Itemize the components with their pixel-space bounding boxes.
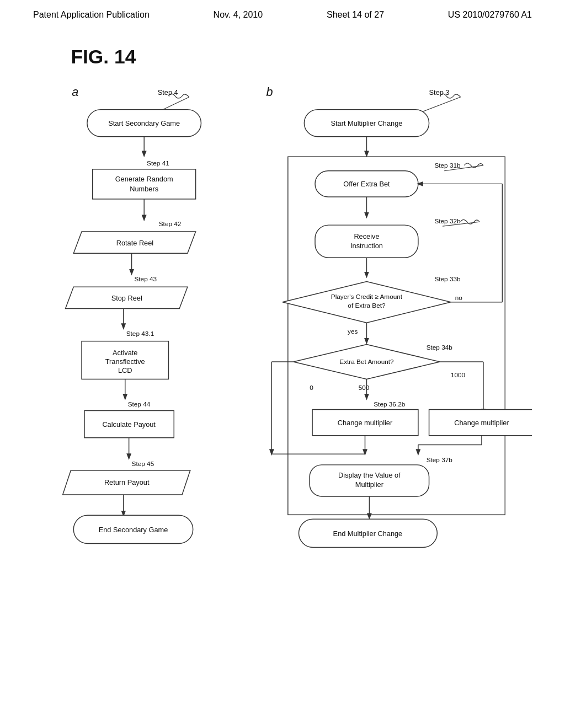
step33b-label: Step 33b <box>434 275 461 283</box>
end-mult-text: End Multiplier Change <box>333 529 403 538</box>
gen-random-text2: Numbers <box>130 185 158 193</box>
step37b-label: Step 37b <box>427 456 453 464</box>
end-secondary-game-text: End Secondary Game <box>99 526 168 534</box>
diagram-container: FIG. 14 a b Step 4 Step 3 Start Secondar… <box>0 25 565 698</box>
col-b-label: b <box>266 85 273 99</box>
500-label: 500 <box>359 384 370 392</box>
col-a-label: a <box>72 85 78 99</box>
svg-line-1 <box>418 97 461 114</box>
no-label: no <box>455 294 463 302</box>
change-mult-1000-text: Change multiplier <box>454 419 509 427</box>
activate-lcd-text3: LCD <box>118 366 132 374</box>
rotate-reel-text: Rotate Reel <box>116 239 153 247</box>
header-left: Patent Application Publication <box>33 10 150 20</box>
gen-random-box <box>93 169 196 199</box>
extra-bet-amt-text: Extra Bet Amount? <box>339 358 394 366</box>
step45-label: Step 45 <box>132 460 154 468</box>
page-header: Patent Application Publication Nov. 4, 2… <box>0 0 565 25</box>
calc-payout-text: Calculate Payout <box>102 420 156 429</box>
step44-label: Step 44 <box>128 400 151 408</box>
receive-inst-text1: Receive <box>354 232 379 240</box>
yes-label: yes <box>348 328 358 335</box>
step362b-label: Step 36.2b <box>374 400 406 408</box>
zero-label: 0 <box>310 384 313 392</box>
start-mult-text: Start Multiplier Change <box>331 119 403 127</box>
step31b-label: Step 31b <box>434 162 461 169</box>
gen-random-text1: Generate Random <box>115 175 173 183</box>
activate-lcd-text2: Transflective <box>105 357 145 366</box>
receive-inst-text2: Instruction <box>350 242 383 250</box>
offer-bet-text: Offer Extra Bet <box>343 180 390 188</box>
1000-label: 1000 <box>451 371 466 379</box>
flowchart-svg: FIG. 14 a b Step 4 Step 3 Start Secondar… <box>33 31 532 693</box>
step43-label: Step 43 <box>134 275 157 283</box>
right-border-box <box>288 157 505 515</box>
step4-label: Step 4 <box>158 88 178 97</box>
header-patent: US 2010/0279760 A1 <box>448 10 532 20</box>
start-secondary-game-text: Start Secondary Game <box>108 119 180 127</box>
activate-lcd-text1: Activate <box>113 349 137 357</box>
stop-reel-text: Stop Reel <box>111 294 142 302</box>
players-credit-text2: of Extra Bet? <box>348 302 386 309</box>
return-payout-text: Return Payout <box>104 478 150 486</box>
display-mult-text1: Display the Value of <box>338 471 401 479</box>
step32b-label: Step 32b <box>434 217 461 225</box>
header-sheet: Sheet 14 of 27 <box>327 10 384 20</box>
step42-label: Step 42 <box>159 220 182 228</box>
players-credit-text1: Player's Credit ≥ Amount <box>331 293 403 301</box>
step43-1-label: Step 43.1 <box>126 330 154 338</box>
step41-label: Step 41 <box>147 159 169 167</box>
header-center: Nov. 4, 2010 <box>214 10 263 20</box>
change-mult-500-text: Change multiplier <box>338 419 393 427</box>
display-mult-text2: Multiplier <box>355 480 384 489</box>
step3-label: Step 3 <box>429 88 450 97</box>
fig-label: FIG. 14 <box>71 46 136 68</box>
step34b-label: Step 34b <box>427 344 453 351</box>
